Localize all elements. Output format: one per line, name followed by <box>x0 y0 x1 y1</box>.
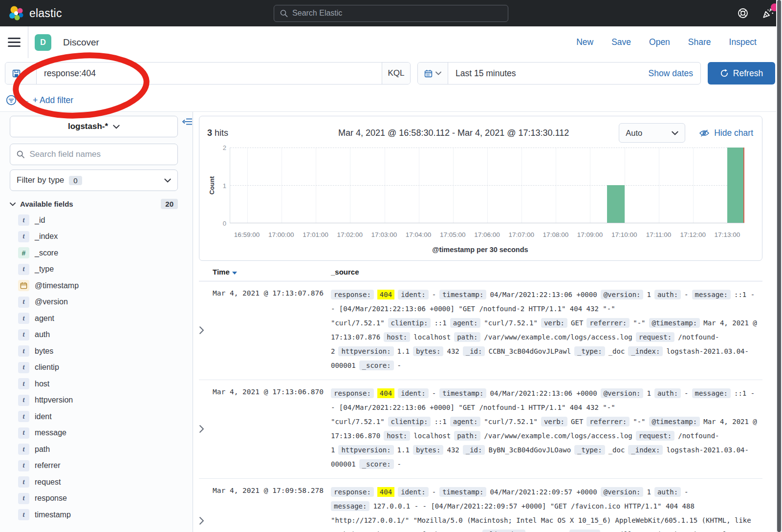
field-item[interactable]: t@version <box>10 294 193 311</box>
time-range-value[interactable]: Last 15 minutes <box>448 63 641 84</box>
main-menu-button[interactable] <box>0 26 28 58</box>
field-name: @timestamp <box>35 281 79 290</box>
filter-menu-button[interactable] <box>6 95 17 106</box>
source-field-name: bytes: <box>413 445 444 455</box>
expand-row-button[interactable] <box>199 485 213 532</box>
field-search-input[interactable] <box>29 149 171 159</box>
field-item[interactable]: tresponse <box>10 490 193 507</box>
field-name: clientip <box>35 363 59 372</box>
histogram-bar[interactable] <box>727 148 744 223</box>
string-type-icon: t <box>18 214 29 226</box>
field-item[interactable]: tagent <box>10 310 193 327</box>
y-tick-label: 1 <box>223 182 226 189</box>
field-item[interactable]: tauth <box>10 327 193 343</box>
collapse-sidebar-button[interactable] <box>182 118 193 127</box>
histogram-bar[interactable] <box>607 185 624 223</box>
source-field-value: "-" <box>633 319 645 327</box>
field-item[interactable]: t_id <box>10 212 193 229</box>
available-fields-toggle[interactable]: Available fields 20 <box>10 199 178 209</box>
filter-by-type-label: Filter by type <box>17 175 64 185</box>
fields-sidebar: logstash-* Filter by ty <box>0 112 193 532</box>
source-field-value: - <box>684 389 688 397</box>
scrollbar-thumb[interactable] <box>777 0 781 532</box>
kql-language-button[interactable]: KQL <box>382 63 410 84</box>
field-item[interactable]: t_type <box>10 261 193 278</box>
source-field-value: - <box>397 460 401 468</box>
query-bar: KQL Last 15 minutes Show dates Refresh <box>0 58 782 89</box>
open-button[interactable]: Open <box>649 37 670 47</box>
string-type-icon: t <box>18 297 29 308</box>
index-pattern-select[interactable]: logstash-* <box>10 116 178 137</box>
show-dates-button[interactable]: Show dates <box>641 63 700 84</box>
share-button[interactable]: Share <box>688 37 711 47</box>
source-field-name: referrer: <box>586 417 630 426</box>
help-icon <box>737 7 749 19</box>
field-item[interactable]: thost <box>10 376 193 392</box>
field-name: agent <box>35 314 54 323</box>
source-field-value: _doc <box>608 347 625 355</box>
source-field-value: "-" <box>633 418 645 426</box>
saved-query-menu-button[interactable] <box>5 63 37 84</box>
highlighted-value: 404 <box>377 487 394 497</box>
field-item[interactable]: @timestamp <box>10 277 193 294</box>
date-quick-menu-button[interactable] <box>418 63 448 84</box>
elastic-logo[interactable]: elastic <box>9 5 62 21</box>
refresh-button[interactable]: Refresh <box>708 62 775 85</box>
source-field-name: _score: <box>359 459 394 469</box>
field-item[interactable]: tident <box>10 408 193 425</box>
index-pattern-label: logstash-* <box>68 122 108 131</box>
filter-by-type-select[interactable]: Filter by type 0 <box>10 170 178 191</box>
grid-line <box>230 185 744 186</box>
source-field-name: host: <box>384 431 410 441</box>
field-item[interactable]: #_score <box>10 245 193 261</box>
x-tick-label: 16:59:00 <box>234 231 260 238</box>
source-field-name: @timestamp: <box>649 318 700 328</box>
source-field-value: GET <box>571 418 583 426</box>
field-search[interactable] <box>10 144 178 165</box>
field-item[interactable]: thttpversion <box>10 392 193 409</box>
field-item[interactable]: tmessage <box>10 425 193 442</box>
field-item[interactable]: treferrer <box>10 458 193 474</box>
new-button[interactable]: New <box>576 37 593 47</box>
hide-chart-button[interactable]: Hide chart <box>699 128 753 138</box>
news-feed-button[interactable] <box>761 7 774 20</box>
sort-desc-icon[interactable] <box>232 272 237 275</box>
source-field-value: 1.1 <box>397 446 410 454</box>
source-field-name: ident: <box>398 388 429 398</box>
x-tick-label: 17:10:00 <box>611 231 637 238</box>
string-type-icon: t <box>18 264 29 275</box>
field-item[interactable]: tclientip <box>10 360 193 376</box>
source-field-value: - <box>432 488 436 496</box>
main-content: 3 hits Mar 4, 2021 @ 16:58:30.112 - Mar … <box>193 112 782 532</box>
field-item[interactable]: tpath <box>10 441 193 458</box>
row-timestamp: Mar 4, 2021 @ 17:09:58.278 <box>213 485 331 532</box>
field-item[interactable]: trequest <box>10 474 193 490</box>
global-search[interactable] <box>274 5 508 22</box>
chevron-right-icon <box>199 326 204 334</box>
field-name: request <box>35 478 61 487</box>
x-tick-label: 17:08:00 <box>543 231 569 238</box>
x-axis-title: @timestamp per 30 seconds <box>207 246 753 254</box>
time-column-header[interactable]: Time <box>213 268 230 276</box>
available-fields-count: 20 <box>161 199 178 209</box>
source-field-value: - <box>432 291 436 298</box>
inspect-button[interactable]: Inspect <box>729 37 757 47</box>
expand-row-button[interactable] <box>199 288 213 373</box>
string-type-icon: t <box>18 509 29 520</box>
source-field-name: auth: <box>654 487 681 497</box>
query-input[interactable] <box>44 68 382 79</box>
source-field-value: _doc <box>608 446 625 454</box>
help-button[interactable] <box>737 7 749 19</box>
field-item[interactable]: tbytes <box>10 343 193 360</box>
source-field-name: verb: <box>541 417 567 426</box>
string-type-icon: t <box>18 444 29 455</box>
interval-select[interactable]: Auto <box>619 123 685 143</box>
global-search-input[interactable] <box>292 9 502 18</box>
x-tick-label: 17:12:00 <box>680 231 706 238</box>
add-filter-button[interactable]: + Add filter <box>33 95 73 106</box>
save-button[interactable]: Save <box>611 37 631 47</box>
field-item[interactable]: t_index <box>10 229 193 245</box>
hits-label: hits <box>215 128 228 138</box>
expand-row-button[interactable] <box>199 386 213 471</box>
field-item[interactable]: ttimestamp <box>10 507 193 523</box>
